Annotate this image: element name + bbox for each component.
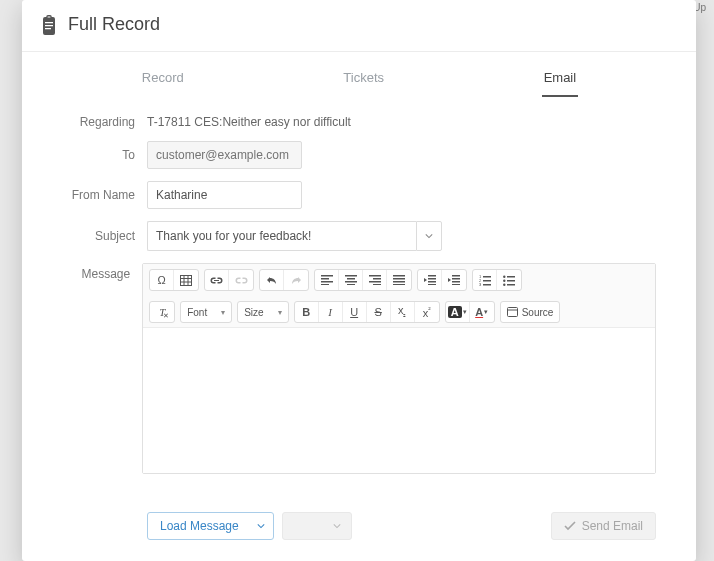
align-center-icon bbox=[345, 275, 357, 285]
link-icon bbox=[210, 276, 223, 285]
rich-text-editor: Ω bbox=[142, 263, 656, 474]
undo-button[interactable] bbox=[260, 269, 284, 291]
superscript-icon: x² bbox=[423, 306, 431, 319]
subject-combo bbox=[147, 221, 442, 251]
unlink-button[interactable] bbox=[229, 269, 253, 291]
check-icon bbox=[564, 521, 576, 531]
align-left-icon bbox=[321, 275, 333, 285]
numbered-list-icon: 123 bbox=[479, 275, 491, 286]
align-right-button[interactable] bbox=[363, 269, 387, 291]
align-right-icon bbox=[369, 275, 381, 285]
bg-color-icon: A bbox=[475, 306, 483, 318]
svg-point-10 bbox=[503, 283, 505, 285]
row-from-name: From Name bbox=[62, 181, 656, 209]
modal-footer: Close bbox=[22, 548, 696, 561]
svg-rect-0 bbox=[181, 275, 192, 285]
subscript-icon: x₂ bbox=[398, 304, 407, 319]
bullet-list-button[interactable] bbox=[497, 269, 521, 291]
tab-record[interactable]: Record bbox=[140, 66, 186, 97]
source-button[interactable]: Source bbox=[501, 301, 560, 323]
unlink-icon bbox=[235, 276, 248, 285]
full-record-modal: Full Record Record Tickets Email Regardi… bbox=[22, 0, 696, 561]
label-to: To bbox=[62, 148, 147, 162]
superscript-button[interactable]: x² bbox=[415, 301, 439, 323]
row-message: Message Ω bbox=[62, 263, 656, 474]
row-subject: Subject bbox=[62, 221, 656, 251]
svg-point-8 bbox=[503, 275, 505, 277]
strike-button[interactable]: S bbox=[367, 301, 391, 323]
label-from-name: From Name bbox=[62, 188, 147, 202]
subscript-button[interactable]: x₂ bbox=[391, 301, 415, 323]
caret-down-icon: ▾ bbox=[221, 308, 225, 317]
size-select-label: Size bbox=[244, 307, 263, 318]
align-left-button[interactable] bbox=[315, 269, 339, 291]
align-justify-icon bbox=[393, 275, 405, 285]
font-select-label: Font bbox=[187, 307, 207, 318]
modal-title: Full Record bbox=[68, 14, 160, 35]
send-email-button[interactable]: Send Email bbox=[551, 512, 656, 540]
secondary-dropdown-button[interactable] bbox=[282, 512, 352, 540]
load-message-label: Load Message bbox=[160, 519, 239, 533]
tab-tickets[interactable]: Tickets bbox=[341, 66, 386, 97]
text-color-icon: A bbox=[448, 306, 462, 318]
bg-color-button[interactable]: A▾ bbox=[470, 301, 494, 323]
clipboard-icon bbox=[40, 15, 58, 35]
subject-field[interactable] bbox=[147, 221, 416, 251]
label-subject: Subject bbox=[62, 229, 147, 243]
caret-down-icon: ▾ bbox=[278, 308, 282, 317]
link-button[interactable] bbox=[205, 269, 229, 291]
source-icon bbox=[507, 307, 518, 317]
strike-icon: S bbox=[374, 306, 381, 318]
from-name-field[interactable] bbox=[147, 181, 302, 209]
text-color-button[interactable]: A▾ bbox=[446, 301, 470, 323]
svg-point-9 bbox=[503, 279, 505, 281]
label-regarding: Regarding bbox=[62, 115, 147, 129]
editor-body[interactable] bbox=[143, 328, 655, 473]
value-regarding: T-17811 CES:Neither easy nor difficult bbox=[147, 115, 351, 129]
send-email-label: Send Email bbox=[582, 519, 643, 533]
bullet-list-icon bbox=[503, 275, 515, 286]
outdent-button[interactable] bbox=[418, 269, 442, 291]
remove-format-icon: T✕ bbox=[159, 306, 165, 318]
redo-icon bbox=[290, 275, 302, 285]
modal-header: Full Record bbox=[22, 0, 696, 52]
outdent-icon bbox=[424, 275, 436, 285]
editor-toolbar: Ω bbox=[143, 264, 655, 328]
underline-icon: U bbox=[350, 306, 358, 318]
omega-icon: Ω bbox=[158, 274, 166, 286]
svg-text:3: 3 bbox=[479, 282, 482, 286]
italic-button[interactable]: I bbox=[319, 301, 343, 323]
row-to: To bbox=[62, 141, 656, 169]
underline-button[interactable]: U bbox=[343, 301, 367, 323]
table-icon bbox=[180, 275, 192, 286]
size-select[interactable]: Size ▾ bbox=[238, 301, 287, 323]
align-justify-button[interactable] bbox=[387, 269, 411, 291]
chevron-down-icon bbox=[425, 232, 433, 240]
table-button[interactable] bbox=[174, 269, 198, 291]
label-message: Message bbox=[62, 263, 142, 281]
indent-button[interactable] bbox=[442, 269, 466, 291]
undo-icon bbox=[266, 275, 278, 285]
numbered-list-button[interactable]: 123 bbox=[473, 269, 497, 291]
italic-icon: I bbox=[328, 306, 332, 318]
bold-button[interactable]: B bbox=[295, 301, 319, 323]
tab-email[interactable]: Email bbox=[542, 66, 579, 97]
subject-dropdown-button[interactable] bbox=[416, 221, 442, 251]
remove-format-button[interactable]: T✕ bbox=[150, 301, 174, 323]
special-char-button[interactable]: Ω bbox=[150, 269, 174, 291]
chevron-down-icon bbox=[333, 522, 341, 530]
svg-rect-11 bbox=[507, 308, 517, 317]
load-message-button[interactable]: Load Message bbox=[147, 512, 274, 540]
bold-icon: B bbox=[302, 306, 310, 318]
email-form: Regarding T-17811 CES:Neither easy nor d… bbox=[22, 97, 696, 494]
redo-button[interactable] bbox=[284, 269, 308, 291]
to-field[interactable] bbox=[147, 141, 302, 169]
align-center-button[interactable] bbox=[339, 269, 363, 291]
actions-row: Load Message Send Email bbox=[22, 494, 696, 548]
row-regarding: Regarding T-17811 CES:Neither easy nor d… bbox=[62, 115, 656, 129]
chevron-down-icon bbox=[257, 522, 265, 530]
indent-icon bbox=[448, 275, 460, 285]
tabs: Record Tickets Email bbox=[22, 52, 696, 97]
source-label: Source bbox=[522, 307, 554, 318]
font-select[interactable]: Font ▾ bbox=[181, 301, 231, 323]
